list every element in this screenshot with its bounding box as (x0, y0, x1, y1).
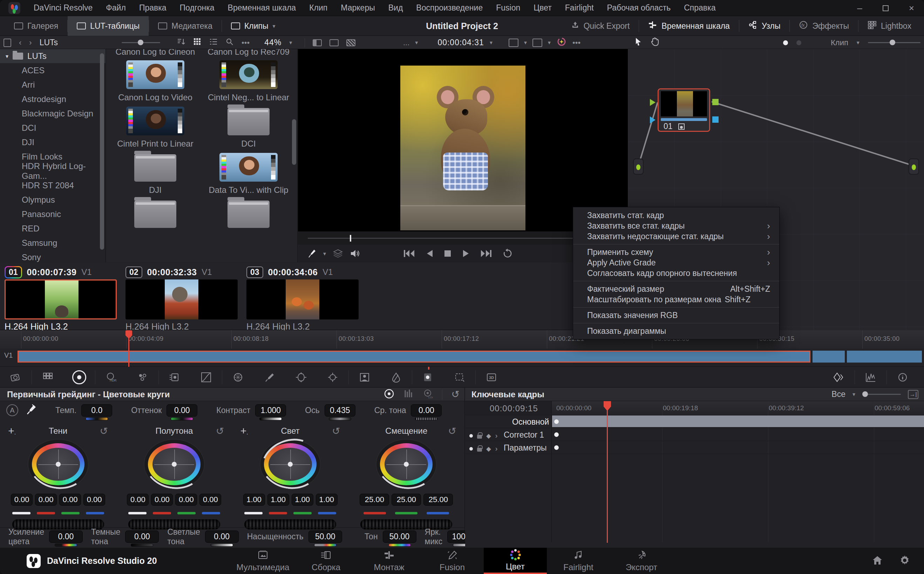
effects-panel-button[interactable]: fx Эффекты (790, 16, 858, 36)
menu-fusion[interactable]: Fusion (496, 3, 520, 13)
clip-thumbnail[interactable] (126, 279, 238, 319)
reset-icon[interactable]: ↺ (329, 425, 340, 437)
maximize-button[interactable] (883, 5, 889, 11)
wheels-mode-icon[interactable] (384, 388, 394, 401)
list-view-icon[interactable] (209, 38, 218, 48)
offset-wheel[interactable] (380, 443, 433, 485)
menu-item-show-diagrams[interactable]: Показать диаграммы (573, 326, 779, 336)
luts-button[interactable]: LUT-таблицы (68, 16, 149, 36)
timeline-clip-2[interactable] (812, 351, 845, 363)
temp-value[interactable]: 0.0 (81, 404, 112, 416)
thumbnail-size-slider[interactable] (122, 42, 160, 43)
eyedropper-icon[interactable] (307, 249, 316, 258)
lut-tree-item[interactable]: Blackmagic Design (0, 106, 105, 121)
viewer-options-icon[interactable]: ••• (572, 38, 581, 47)
menu-markers[interactable]: Маркеры (341, 3, 375, 13)
viewer-menu-ellipsis[interactable]: ... (403, 38, 409, 47)
menu-playback[interactable]: Воспроизведение (416, 3, 483, 13)
clip-card-03[interactable]: 03 00:00:34:06 V1 H.264 High L3.2 (246, 265, 365, 330)
contrast-value[interactable]: 1.000 (255, 404, 286, 416)
back-icon[interactable]: ‹ (19, 38, 21, 47)
hdr-grading-icon[interactable]: HDR (103, 370, 119, 384)
gain-y-value[interactable]: 1.00 (243, 494, 265, 506)
scrubber-playhead[interactable] (350, 235, 351, 241)
corrector-node-01[interactable]: 01 (658, 88, 710, 132)
menu-timeline[interactable]: Временная шкала (228, 3, 296, 13)
hand-tool-icon[interactable] (650, 37, 659, 48)
page-tab-fusion[interactable]: Fusion (420, 548, 484, 574)
magic-mask-icon[interactable] (356, 370, 373, 384)
lut-tree-item[interactable]: HDR Hybrid Log-Gam... (0, 164, 105, 178)
clip-thumbnail[interactable] (5, 279, 117, 319)
auto-balance-icon[interactable]: A (6, 404, 18, 416)
menu-item-apply-active-grade[interactable]: Apply Active Grade› (573, 257, 779, 268)
page-tab-cut[interactable]: Сборка (294, 548, 357, 574)
midtone-value[interactable]: 0.00 (411, 404, 442, 416)
settings-gear-icon[interactable] (899, 555, 910, 567)
output-node[interactable] (908, 158, 919, 175)
lut-tree-root[interactable]: ▾ LUTs (0, 49, 105, 63)
lift-b-value[interactable]: 0.00 (83, 494, 105, 506)
pointer-tool-icon[interactable] (634, 37, 642, 48)
page-tab-color[interactable]: Цвет (484, 548, 547, 574)
crosshair-icon[interactable]: +. (8, 425, 20, 437)
node-view-label[interactable]: Клип (831, 38, 848, 47)
lift-r-value[interactable]: 0.00 (35, 494, 57, 506)
split-viewer-icon[interactable] (329, 39, 338, 46)
sizing-icon[interactable] (452, 370, 468, 384)
forward-icon[interactable]: › (29, 38, 31, 47)
main-keyframe-track[interactable] (552, 416, 924, 427)
timeline-clip-1[interactable] (17, 351, 811, 363)
chevron-down-icon[interactable]: ▾ (490, 39, 493, 46)
lut-tree-item[interactable]: ACES (0, 63, 105, 77)
page-tab-deliver[interactable]: Экспорт (610, 548, 673, 574)
minimize-button[interactable]: – (857, 3, 862, 14)
lut-item-partial[interactable]: Canon Log to Rec709 (206, 49, 291, 57)
chevron-down-icon[interactable]: ▾ (853, 391, 855, 397)
clip-card-02[interactable]: 02 00:00:32:33 V1 H.264 High L3.2 (126, 265, 244, 330)
menu-item-actual-size[interactable]: Фактический размерAlt+Shift+Z (573, 284, 779, 294)
audio-mute-icon[interactable] (350, 249, 360, 258)
viewer-zoom-value[interactable]: 44% (264, 38, 282, 47)
reset-grade-icon[interactable]: ↺ (452, 388, 460, 400)
keyframe-row-corrector[interactable]: ◆ › Corrector 1 (465, 428, 924, 441)
timeline-clip-3[interactable] (847, 351, 922, 363)
loop-icon[interactable] (503, 249, 513, 259)
bars-mode-icon[interactable] (403, 389, 413, 400)
saturation-value[interactable]: 50.00 (309, 530, 342, 543)
menu-item-show-rgb[interactable]: Показать значения RGB (573, 310, 779, 320)
enable-dot-icon[interactable] (469, 434, 473, 438)
lut-tree-item[interactable]: RED (0, 221, 105, 236)
viewer-stage[interactable] (298, 49, 628, 232)
menu-item-apply-scheme[interactable]: Применить схему› (573, 247, 779, 257)
gain-r-value[interactable]: 1.00 (268, 494, 289, 506)
node-zoom-slider[interactable] (868, 42, 921, 43)
stop-icon[interactable] (444, 249, 452, 258)
menu-view[interactable]: Вид (389, 3, 403, 13)
source-node[interactable] (633, 158, 644, 175)
page-tab-edit[interactable]: Монтаж (357, 548, 420, 574)
offset-g-value[interactable]: 25.00 (392, 494, 421, 506)
menu-item-match-reference-wipe[interactable]: Согласовать кадр опорного вытеснения (573, 268, 779, 278)
lut-tree-item[interactable]: Olympus (0, 192, 105, 207)
menu-workspace[interactable]: Рабочая область (607, 3, 671, 13)
white-balance-picker-icon[interactable] (26, 404, 36, 416)
skip-start-icon[interactable] (403, 249, 415, 258)
sort-icon[interactable] (177, 38, 186, 48)
wipe-viewer-icon[interactable] (346, 39, 356, 46)
lut-tree-item[interactable]: DCI (0, 121, 105, 135)
timeline-panel-button[interactable]: Временная шкала (639, 16, 739, 36)
diamond-icon[interactable]: ◆ (486, 432, 491, 440)
offset-r-value[interactable]: 25.00 (360, 494, 389, 506)
gamma-g-value[interactable]: 0.00 (175, 494, 197, 506)
gain-wheel[interactable] (264, 443, 316, 485)
node-view-dot-on[interactable] (783, 40, 788, 45)
lut-folder[interactable] (113, 199, 197, 228)
menu-edit[interactable]: Правка (139, 3, 167, 13)
lut-tree-item[interactable]: Arri (0, 77, 105, 92)
color-boost-value[interactable]: 0.00 (49, 530, 83, 543)
grade-bypass-icon[interactable] (556, 36, 567, 49)
key-icon[interactable] (420, 370, 436, 384)
lut-item[interactable]: Cintel Neg... to Linear (206, 60, 291, 102)
expand-chevron-icon[interactable]: ▾ (6, 53, 8, 60)
